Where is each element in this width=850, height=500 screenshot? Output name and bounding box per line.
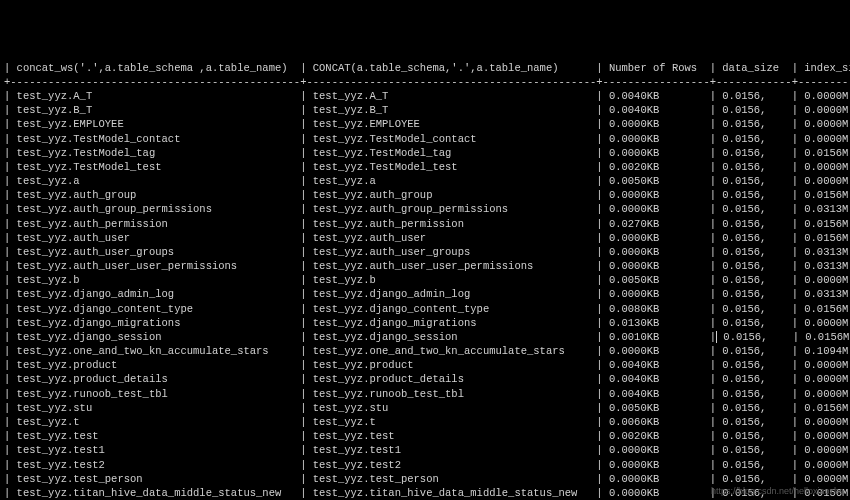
table-row: | test_yyz.product_details | test_yyz.pr… — [4, 372, 848, 386]
table-row: | test_yyz.auth_user | test_yyz.auth_use… — [4, 231, 848, 245]
credit-text: https://blog.csdn.net/helloxiaozhe — [711, 485, 844, 497]
table-row: | test_yyz.test | test_yyz.test | 0.0020… — [4, 429, 848, 443]
table-header: | concat_ws('.',a.table_schema ,a.table_… — [4, 61, 848, 75]
sql-result-table: | concat_ws('.',a.table_schema ,a.table_… — [4, 61, 848, 500]
table-row: | test_yyz.EMPLOYEE | test_yyz.EMPLOYEE … — [4, 117, 848, 131]
table-row: | test_yyz.auth_group | test_yyz.auth_gr… — [4, 188, 848, 202]
table-row: | test_yyz.test2 | test_yyz.test2 | 0.00… — [4, 458, 848, 472]
table-row: | test_yyz.auth_permission | test_yyz.au… — [4, 217, 848, 231]
table-row: | test_yyz.test1 | test_yyz.test1 | 0.00… — [4, 443, 848, 457]
table-row: | test_yyz.TestModel_tag | test_yyz.Test… — [4, 146, 848, 160]
table-row: | test_yyz.runoob_test_tbl | test_yyz.ru… — [4, 387, 848, 401]
table-row: | test_yyz.django_content_type | test_yy… — [4, 302, 848, 316]
table-row: | test_yyz.django_session | test_yyz.dja… — [4, 330, 848, 344]
table-row: | test_yyz.test_person | test_yyz.test_p… — [4, 472, 848, 486]
table-row: | test_yyz.django_admin_log | test_yyz.d… — [4, 287, 848, 301]
table-row: | test_yyz.product | test_yyz.product | … — [4, 358, 848, 372]
table-row: | test_yyz.a | test_yyz.a | 0.0050KB | 0… — [4, 174, 848, 188]
table-border: +---------------------------------------… — [4, 75, 848, 89]
table-row: | test_yyz.t | test_yyz.t | 0.0060KB | 0… — [4, 415, 848, 429]
table-row: | test_yyz.B_T | test_yyz.B_T | 0.0040KB… — [4, 103, 848, 117]
table-row: | test_yyz.django_migrations | test_yyz.… — [4, 316, 848, 330]
table-row: | test_yyz.A_T | test_yyz.A_T | 0.0040KB… — [4, 89, 848, 103]
table-row: | test_yyz.TestModel_test | test_yyz.Tes… — [4, 160, 848, 174]
table-row: | test_yyz.auth_user_groups | test_yyz.a… — [4, 245, 848, 259]
table-row: | test_yyz.one_and_two_kn_accumulate_sta… — [4, 344, 848, 358]
table-row: | test_yyz.TestModel_contact | test_yyz.… — [4, 132, 848, 146]
table-row: | test_yyz.auth_group_permissions | test… — [4, 202, 848, 216]
table-row: | test_yyz.stu | test_yyz.stu | 0.0050KB… — [4, 401, 848, 415]
text-cursor — [716, 331, 717, 343]
table-row: | test_yyz.auth_user_user_permissions | … — [4, 259, 848, 273]
table-row: | test_yyz.b | test_yyz.b | 0.0050KB | 0… — [4, 273, 848, 287]
